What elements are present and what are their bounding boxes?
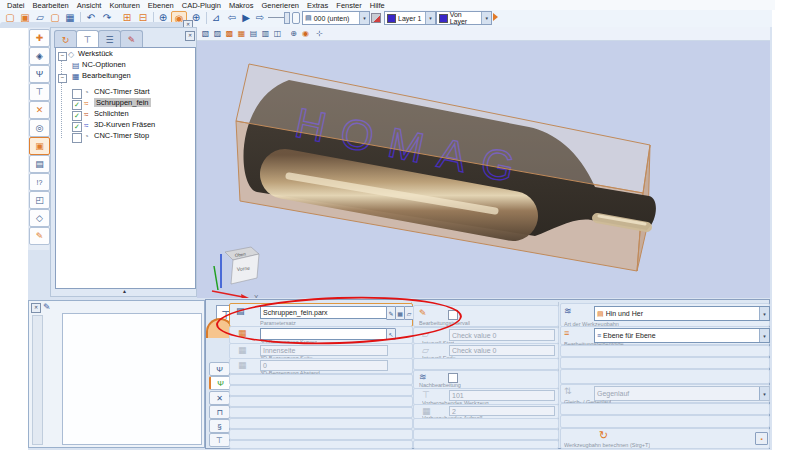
row-vorhergehendes-aufmass: ▦ 2 Vorhergehendes Aufmaß <box>413 404 559 419</box>
nav-fwd-icon[interactable]: ⇨ <box>253 11 267 24</box>
tool-t-icon[interactable]: ⊤ <box>29 83 50 101</box>
menu-fenster[interactable]: Fenster <box>332 1 365 10</box>
expander-werkstueck[interactable]: − <box>58 52 67 61</box>
tree-item-schruppen-fein[interactable]: Schruppen_fein <box>94 98 151 107</box>
vtab-clamp[interactable]: ⊓ <box>209 405 230 419</box>
distance-icon: ▦ <box>238 360 247 370</box>
run-calculation-button[interactable]: ▪ <box>755 432 768 445</box>
checkbox-3d-kurven[interactable]: ✓ <box>72 122 82 132</box>
workpiece-icon[interactable]: ◈ <box>29 47 50 65</box>
intervall-start-field[interactable]: Check value 0 <box>449 329 555 341</box>
bearbeitungsintervall-checkbox[interactable] <box>448 310 458 320</box>
hand-package-icon[interactable]: ◰ <box>29 191 50 209</box>
chevron-down-icon[interactable]: ▾ <box>481 12 491 24</box>
zoom-in-icon[interactable]: ⊕ <box>288 28 299 39</box>
view-top-icon[interactable]: ▩ <box>224 28 235 39</box>
row-begrenzung-kurven: ▦ ↖ 3D-Begrenzung Kurven <box>229 326 413 344</box>
model-canvas[interactable]: HOMAG Oben Vorne X <box>197 40 770 298</box>
timer-icon: ◔ <box>84 89 89 97</box>
view-front-icon[interactable]: ▨ <box>212 28 223 39</box>
tree-item-cnc-timer-start[interactable]: CNC-Timer Start <box>94 87 150 96</box>
tree-item-bearbeitungen[interactable]: Bearbeitungen <box>82 71 131 80</box>
tree-item-schlichten[interactable]: Schlichten <box>94 109 129 118</box>
intervall-ende-field[interactable]: Check value 0 <box>449 345 555 356</box>
tab-tools[interactable]: ✎ <box>120 30 143 48</box>
document-icon[interactable]: ▤ <box>29 155 50 173</box>
vtab-drill-active[interactable]: Ψ <box>209 376 231 390</box>
tree-item-nc-optionen[interactable]: NC-Optionen <box>82 60 126 69</box>
stamp-icon[interactable]: ✎ <box>43 302 51 312</box>
viewport-3d[interactable]: ▧ ▨ ▩ ▦ ▤ ▥ ◫ ⊕ ◉ ⊹ <box>197 27 770 298</box>
menu-makros[interactable]: Makros <box>225 1 258 10</box>
chevron-down-icon[interactable]: ▾ <box>359 12 369 24</box>
menu-konturen[interactable]: Konturen <box>105 1 143 10</box>
vtab-chain[interactable]: § <box>209 419 230 433</box>
view-iso-icon[interactable]: ▧ <box>200 28 211 39</box>
expander-bearbeitungen[interactable]: − <box>58 74 67 83</box>
chevron-down-icon[interactable]: ▾ <box>759 307 769 320</box>
menu-bearbeiten[interactable]: Bearbeiten <box>29 1 73 10</box>
gegenlauf-combo[interactable]: Gegenlauf ▾ <box>594 386 770 401</box>
zoom-select-icon[interactable]: ◉ <box>300 28 311 39</box>
chevron-down-icon[interactable]: ▾ <box>759 387 769 400</box>
layer-combo[interactable]: Layer 1 ▾ <box>384 11 436 25</box>
tab-workpiece[interactable]: ⊤ <box>76 30 99 48</box>
plug-icon[interactable]: ⊹ <box>314 28 325 39</box>
plane-combo[interactable]: ▤ 000 (unten) ▾ <box>302 11 370 25</box>
tree-item-cnc-timer-stop[interactable]: CNC-Timer Stop <box>94 131 149 140</box>
menu-cad-plugin[interactable]: CAD-Plugin <box>178 1 225 10</box>
parametersatz-field[interactable]: Schruppen_fein.parx <box>260 306 388 319</box>
row-gleich-gegenlauf: ⇅ Gegenlauf ▾ Gleich- / Gegenlauf <box>560 384 770 403</box>
speed-slider-handle[interactable] <box>284 12 290 24</box>
chevron-down-icon[interactable]: ▾ <box>425 12 435 24</box>
ruler-strip[interactable] <box>32 315 43 445</box>
vtab-tool[interactable]: ⊤ <box>209 433 230 447</box>
view-custom-icon[interactable]: ◫ <box>272 28 283 39</box>
vtab-mill[interactable]: ✕ <box>209 391 230 405</box>
workpiece-node-icon: ◇ <box>68 51 74 59</box>
checkbox-cnc-timer-start[interactable] <box>72 89 82 99</box>
pick-curve-button[interactable]: ↖ <box>386 328 396 340</box>
nav-play-icon[interactable]: ▶ <box>239 11 253 24</box>
tab-contour[interactable]: ↻ <box>54 30 77 48</box>
tree-item-3d-kurven-fraesen[interactable]: 3D-Kurven Fräsen <box>94 120 155 129</box>
view-cube[interactable]: Oben Vorne <box>225 247 259 284</box>
help-bubble-icon[interactable]: !? <box>29 173 50 191</box>
view-side-icon[interactable]: ▦ <box>236 28 247 39</box>
close-icon[interactable]: ✕ <box>31 303 41 313</box>
view-back-icon[interactable]: ▤ <box>248 28 259 39</box>
tree-item-werkstueck[interactable]: Werkstück <box>78 49 113 58</box>
saw-icon[interactable]: ✕ <box>29 101 50 119</box>
draft-mode-icon[interactable]: ⊿ <box>209 11 223 24</box>
sign-pen-icon[interactable]: ✎ <box>29 227 50 245</box>
checkbox-cnc-timer-stop[interactable] <box>72 133 82 143</box>
werkzeugbahn-combo[interactable]: ▤ Hin und Her ▾ <box>594 306 770 321</box>
notes-area[interactable] <box>62 313 202 445</box>
checkbox-schruppen-fein[interactable]: ✓ <box>72 100 82 110</box>
menu-ansicht[interactable]: Ansicht <box>73 1 106 10</box>
new-contour-icon[interactable]: ✚ <box>29 29 50 47</box>
empty-row <box>560 403 770 415</box>
menu-hilfe[interactable]: Hilfe <box>366 1 389 10</box>
menu-datei[interactable]: Datei <box>3 1 29 10</box>
empty-row <box>560 369 770 384</box>
drill-icon[interactable]: Ψ <box>29 65 50 83</box>
close-icon[interactable]: ✕ <box>185 31 195 41</box>
color-combo[interactable]: Von Layer ▾ <box>436 11 492 25</box>
refresh-icon[interactable]: ↻ <box>599 429 608 442</box>
nav-back-icon[interactable]: ⇦ <box>225 11 239 24</box>
vtab-drill[interactable]: Ψ <box>209 362 230 376</box>
saw-blade-icon[interactable]: ◎ <box>29 119 50 137</box>
tab-list[interactable]: ☰ <box>98 30 121 48</box>
diamond-icon[interactable]: ◇ <box>29 209 50 227</box>
pump-icon[interactable] <box>369 11 383 24</box>
menu-extras[interactable]: Extras <box>303 1 332 10</box>
menu-ebenen[interactable]: Ebenen <box>144 1 178 10</box>
brush-icon[interactable] <box>493 13 498 21</box>
pocket-frame-icon[interactable]: ▣ <box>29 137 50 155</box>
checkbox-schlichten[interactable]: ✓ <box>72 111 82 121</box>
panel-collapse-handle[interactable]: ▲ <box>53 288 196 296</box>
view-bottom-icon[interactable]: ▥ <box>260 28 271 39</box>
menu-generieren[interactable]: Generieren <box>258 1 304 10</box>
chevron-down-icon[interactable]: ▾ <box>759 329 769 342</box>
